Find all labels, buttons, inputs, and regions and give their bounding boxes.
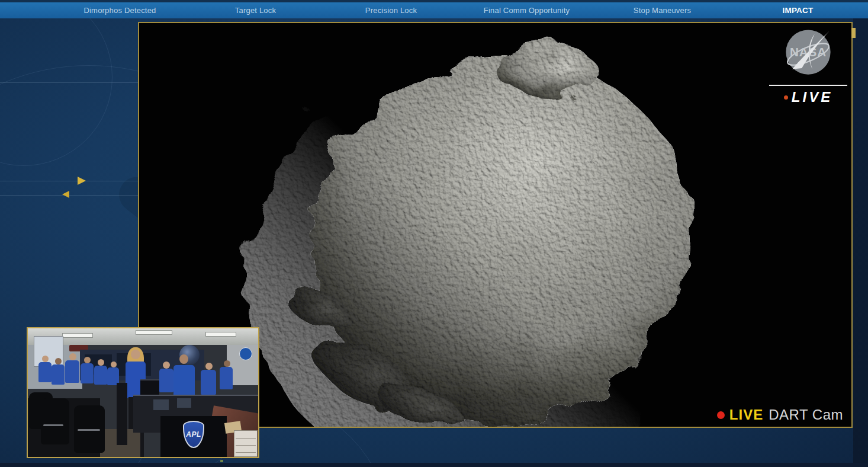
person-figure [201, 370, 216, 395]
person-head [69, 353, 76, 360]
person-head [179, 354, 188, 364]
person-figure [220, 367, 233, 389]
bottom-edge-strip [0, 463, 868, 467]
frame-edge-tab [851, 28, 856, 38]
person-head [224, 360, 230, 367]
apl-logo-label: APL [186, 430, 201, 439]
background-line [0, 82, 138, 83]
apl-logo: APL [183, 421, 204, 448]
watermark-live-label: LIVE [792, 89, 832, 105]
phase-target-lock: Target Lock [188, 6, 323, 15]
caption-live-label: LIVE [729, 407, 763, 423]
nasa-meatball-icon [239, 347, 252, 360]
camera-caption: LIVE DART Cam [717, 407, 843, 423]
chair-armrest [43, 424, 63, 426]
person-figure [52, 364, 65, 385]
person-head [98, 359, 104, 366]
drawer-unit [234, 430, 258, 457]
drawer-divider [236, 445, 256, 446]
phase-impact: IMPACT [730, 6, 866, 15]
ceiling-light [205, 332, 236, 337]
office-chair [74, 405, 105, 453]
watermark-divider [769, 85, 847, 86]
person-head [111, 362, 117, 367]
person-figure [81, 363, 94, 383]
desk-monitor [153, 399, 169, 410]
record-dot-icon [717, 411, 725, 419]
watermark-live-row: LIVE [784, 89, 832, 105]
apl-desk-panel: APL [160, 416, 227, 457]
person-figure [65, 360, 79, 383]
person-head [42, 356, 49, 362]
gold-marker-left-icon [62, 191, 69, 198]
broadcast-stage: Dimorphos Detected Target Lock Precision… [0, 0, 868, 467]
office-chair [41, 398, 69, 444]
phase-stop-maneuvers: Stop Maneuvers [594, 6, 730, 15]
person-head [131, 350, 140, 359]
phase-precision-lock: Precision Lock [323, 6, 459, 15]
mission-control-pip[interactable]: APL [27, 327, 259, 458]
person-head [205, 363, 213, 370]
background-dot [220, 460, 223, 462]
chair-armrest [78, 429, 100, 431]
mission-phase-bar: Dimorphos Detected Target Lock Precision… [0, 2, 868, 18]
ceiling-light [62, 333, 93, 338]
phase-dimorphos-detected: Dimorphos Detected [52, 6, 188, 15]
person-head [55, 358, 62, 364]
person-figure [159, 369, 173, 392]
phase-final-comm-opportunity: Final Comm Opportunity [459, 6, 594, 15]
right-margin-strip [853, 18, 868, 463]
person-head [163, 362, 170, 369]
drawer-divider [236, 438, 256, 439]
nasa-watermark: NASA LIVE [769, 27, 848, 105]
drawer-divider [236, 452, 256, 453]
person-head [84, 357, 91, 363]
person-figure [94, 366, 107, 385]
person-figure [38, 362, 52, 382]
background-line [0, 181, 138, 181]
ceiling-light [136, 330, 172, 335]
desk-partition [117, 383, 127, 445]
gold-marker-right-icon [78, 177, 86, 185]
live-dot-icon [784, 95, 788, 100]
desk-monitor [177, 398, 191, 408]
caption-camera-label: DART Cam [769, 407, 843, 423]
nasa-logo-icon: NASA [783, 27, 834, 78]
